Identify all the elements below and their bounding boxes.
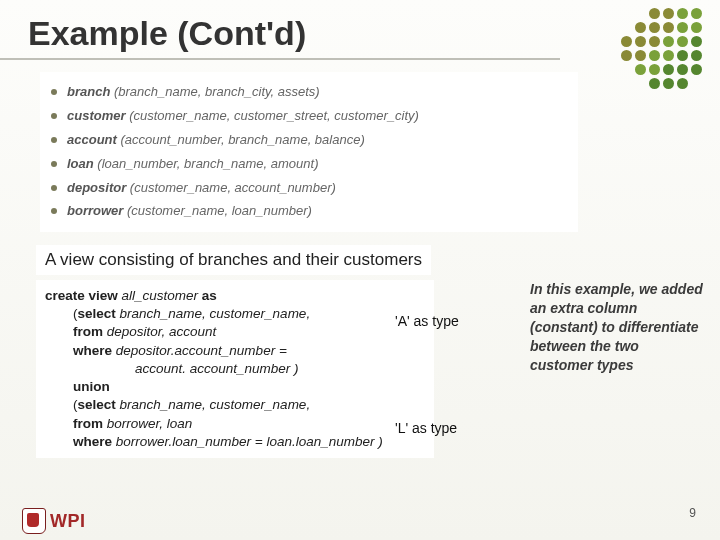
sql-from-tables: depositor, account [107,324,217,339]
decorative-dot-grid [617,4,706,93]
sql-keyword-where: where [73,343,116,358]
schema-item: borrower (customer_name, loan_number) [67,203,569,220]
added-column-type-a: 'A' as type [395,313,459,329]
relation-name: loan [67,156,94,171]
view-caption: A view consisting of branches and their … [36,245,431,275]
sql-keyword-from: from [73,324,107,339]
sql-keyword-where: where [73,434,116,449]
sql-view-definition: create view all_customer as (select bran… [36,280,434,458]
relation-attrs: (branch_name, branch_city, assets) [114,84,320,99]
schema-item: loan (loan_number, branch_name, amount) [67,156,569,173]
sql-keyword-as: as [198,288,217,303]
sql-keyword-create-view: create view [45,288,122,303]
title-underline [0,58,560,60]
sql-keyword-from: from [73,416,107,431]
relation-name: account [67,132,117,147]
sql-keyword-select: select [78,306,120,321]
relation-attrs: (loan_number, branch_name, amount) [97,156,318,171]
shield-icon [22,508,46,534]
relation-name: customer [67,108,126,123]
sql-from-tables: borrower, loan [107,416,193,431]
sql-select-cols: branch_name, customer_name, [120,397,311,412]
sql-select-cols: branch_name, customer_name, [120,306,311,321]
sql-view-name: all_customer [122,288,199,303]
slide-title: Example (Cont'd) [28,14,306,53]
schema-item: customer (customer_name, customer_street… [67,108,569,125]
relation-schema-list: branch (branch_name, branch_city, assets… [40,72,578,232]
added-column-type-l: 'L' as type [395,420,457,436]
sql-where-pred-b: account. account_number ) [45,360,299,378]
side-explanation-note: In this example, we added an extra colum… [530,280,705,374]
sql-keyword-union: union [45,378,110,396]
relation-name: branch [67,84,110,99]
sql-keyword-select: select [78,397,120,412]
relation-attrs: (customer_name, loan_number) [127,203,312,218]
logo-text: WPI [50,511,86,532]
wpi-logo: WPI [22,508,86,534]
schema-item: account (account_number, branch_name, ba… [67,132,569,149]
relation-attrs: (customer_name, account_number) [130,180,336,195]
schema-item: branch (branch_name, branch_city, assets… [67,84,569,101]
relation-name: borrower [67,203,123,218]
sql-where-pred-a: depositor.account_number = [116,343,287,358]
sql-where-pred: borrower.loan_number = loan.loan_number … [116,434,383,449]
relation-attrs: (customer_name, customer_street, custome… [129,108,419,123]
relation-name: depositor [67,180,126,195]
schema-item: depositor (customer_name, account_number… [67,180,569,197]
relation-attrs: (account_number, branch_name, balance) [120,132,364,147]
page-number: 9 [689,506,696,520]
